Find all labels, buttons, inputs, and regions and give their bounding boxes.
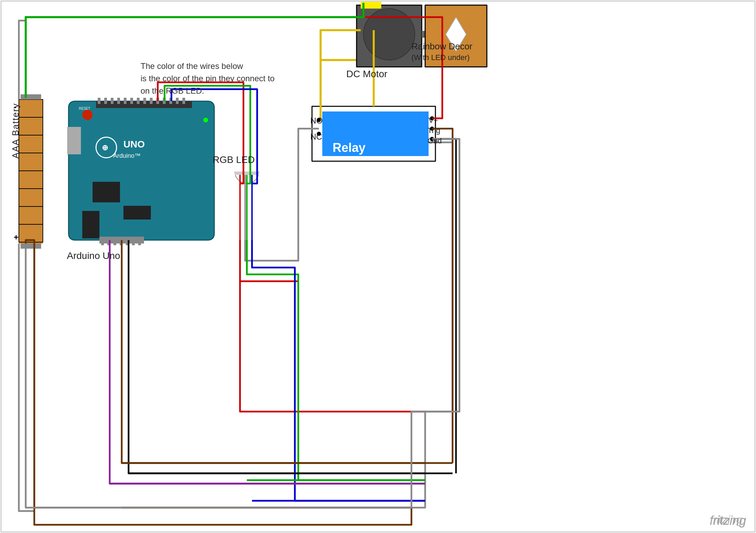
battery-label: AAA Battery xyxy=(10,103,21,158)
relay-vplus-label: V+ xyxy=(429,116,438,125)
wire-annotation: The color of the wires below is the colo… xyxy=(141,60,275,97)
relay-label: Relay xyxy=(333,141,365,155)
arduino-label: Arduino Uno xyxy=(67,250,120,261)
relay-gnd-label: Gnd xyxy=(428,137,442,145)
relay-no-label: NO xyxy=(310,116,323,126)
circuit-diagram xyxy=(0,0,756,533)
relay-nc-label: NC xyxy=(310,132,322,142)
fritzing-brand: fritzing xyxy=(710,513,742,526)
dc-motor-label: DC Motor xyxy=(346,69,387,80)
rgb-led-label: RGB LED xyxy=(213,154,255,165)
rainbow-decor-label: Rainbow Decor(With LED under) xyxy=(411,41,472,62)
relay-trig-label: Trig xyxy=(428,126,440,135)
